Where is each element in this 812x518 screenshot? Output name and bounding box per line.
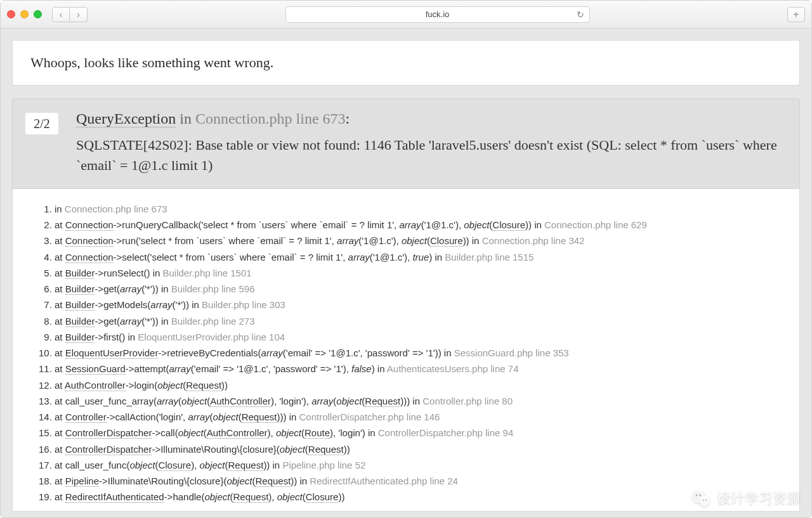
trace-class-link[interactable]: Request bbox=[186, 380, 221, 391]
trace-text: ( bbox=[225, 460, 228, 470]
trace-keyword: object bbox=[199, 460, 225, 470]
trace-keyword: object bbox=[336, 396, 362, 406]
trace-text: ->login( bbox=[126, 380, 157, 391]
trace-location-link[interactable]: EloquentUserProvider.php line 104 bbox=[138, 332, 285, 342]
trace-location-link[interactable]: Connection.php line 673 bbox=[65, 204, 167, 214]
trace-class-link[interactable]: Closure bbox=[158, 460, 191, 471]
trace-class-link[interactable]: Pipeline bbox=[65, 476, 99, 487]
trace-text: )) bbox=[344, 444, 350, 455]
trace-class-link[interactable]: Builder bbox=[65, 299, 95, 311]
trace-class-link[interactable]: Request bbox=[365, 396, 400, 407]
trace-class-link[interactable]: Builder bbox=[65, 332, 95, 343]
trace-class-link[interactable]: Request bbox=[242, 411, 277, 423]
trace-location-link[interactable]: Pipeline.php line 52 bbox=[282, 460, 365, 470]
exception-header: 2/2 QueryException in Connection.php lin… bbox=[12, 98, 800, 189]
trace-class-link[interactable]: Closure bbox=[430, 235, 463, 247]
trace-text: ->select('select * from `users` where `e… bbox=[114, 252, 348, 262]
close-window-button[interactable] bbox=[7, 10, 15, 18]
trace-class-link[interactable]: Route bbox=[304, 427, 330, 439]
trace-item: in Connection.php line 673 bbox=[55, 202, 784, 216]
trace-text: ), bbox=[268, 427, 276, 438]
trace-item: at EloquentUserProvider->retrieveByCrede… bbox=[55, 346, 784, 360]
trace-class-link[interactable]: RedirectIfAuthenticated bbox=[65, 491, 164, 503]
back-button[interactable]: ‹ bbox=[52, 7, 70, 22]
trace-class-link[interactable]: Request bbox=[228, 460, 264, 471]
trace-item: at Builder->get(array('*')) in Builder.p… bbox=[55, 282, 784, 296]
exception-type[interactable]: QueryException bbox=[76, 110, 176, 127]
new-tab-button[interactable]: + bbox=[787, 7, 805, 22]
trace-text: ), 'login') in bbox=[330, 427, 378, 438]
url-bar[interactable]: fuck.io ↻ bbox=[285, 6, 590, 23]
trace-location-link[interactable]: Builder.php line 1515 bbox=[445, 252, 534, 262]
trace-text: ( bbox=[303, 491, 306, 502]
trace-class-link[interactable]: AuthController bbox=[207, 427, 268, 439]
trace-class-link[interactable]: Builder bbox=[65, 316, 95, 327]
trace-location-link[interactable]: Builder.php line 596 bbox=[171, 283, 255, 294]
trace-text: ))) in bbox=[400, 396, 422, 406]
trace-class-link[interactable]: Controller bbox=[65, 411, 107, 423]
trace-class-link[interactable]: Request bbox=[255, 476, 291, 487]
reload-icon[interactable]: ↻ bbox=[577, 10, 584, 20]
trace-text: ('email' => '1@1.c', 'password' => '1'), bbox=[191, 363, 351, 374]
trace-class-link[interactable]: ControllerDispatcher bbox=[65, 444, 152, 455]
trace-text: at bbox=[55, 347, 65, 358]
trace-text: at bbox=[55, 427, 65, 438]
forward-button[interactable]: › bbox=[70, 7, 88, 22]
trace-location-link[interactable]: SessionGuard.php line 353 bbox=[454, 347, 569, 358]
trace-class-link[interactable]: Connection bbox=[65, 235, 114, 247]
trace-class-link[interactable]: Builder bbox=[65, 268, 95, 279]
maximize-window-button[interactable] bbox=[34, 10, 42, 18]
trace-location-link[interactable]: AuthenticatesUsers.php line 74 bbox=[387, 363, 519, 374]
trace-location-link[interactable]: Builder.php line 1501 bbox=[163, 268, 252, 278]
trace-text: )) in bbox=[263, 460, 282, 470]
trace-class-link[interactable]: AuthController bbox=[65, 380, 126, 391]
trace-location-link[interactable]: ControllerDispatcher.php line 94 bbox=[378, 427, 513, 438]
trace-text: ( bbox=[204, 427, 207, 438]
trace-class-link[interactable]: Closure bbox=[306, 491, 339, 503]
trace-item: at call_user_func(object(Closure), objec… bbox=[55, 458, 784, 472]
trace-keyword: array bbox=[399, 219, 421, 230]
browser-window: ‹ › fuck.io ↻ + Whoops, looks like somet… bbox=[0, 0, 812, 518]
trace-text: at bbox=[55, 332, 65, 342]
whoops-banner: Whoops, looks like something went wrong. bbox=[12, 40, 800, 86]
trace-text: at bbox=[55, 411, 65, 422]
trace-location-link[interactable]: Controller.php line 80 bbox=[422, 396, 513, 406]
trace-location-link[interactable]: Builder.php line 303 bbox=[202, 299, 285, 310]
stack-trace: in Connection.php line 673at Connection-… bbox=[12, 189, 800, 512]
page-content: Whoops, looks like something went wrong.… bbox=[1, 29, 811, 517]
trace-text: )) in bbox=[291, 476, 310, 486]
trace-class-link[interactable]: Connection bbox=[65, 219, 114, 231]
trace-location-link[interactable]: Connection.php line 342 bbox=[482, 235, 585, 246]
trace-keyword: array bbox=[188, 411, 209, 422]
trace-class-link[interactable]: Closure bbox=[492, 219, 525, 231]
trace-class-link[interactable]: AuthController bbox=[210, 396, 271, 407]
trace-text: ->run('select * from `users` where `emai… bbox=[114, 235, 337, 246]
trace-class-link[interactable]: Builder bbox=[65, 283, 95, 295]
trace-keyword: object bbox=[276, 427, 301, 438]
trace-item: at Builder->getModels(array('*')) in Bui… bbox=[55, 297, 784, 312]
trace-class-link[interactable]: Request bbox=[233, 491, 268, 503]
trace-keyword: array bbox=[348, 252, 370, 262]
trace-location-link[interactable]: Builder.php line 273 bbox=[171, 316, 255, 327]
url-text: fuck.io bbox=[426, 10, 450, 19]
trace-location-link[interactable]: Connection.php line 629 bbox=[544, 219, 647, 230]
trace-class-link[interactable]: EloquentUserProvider bbox=[65, 347, 159, 359]
trace-location-link[interactable]: RedirectIfAuthenticated.php line 24 bbox=[310, 476, 458, 486]
trace-keyword: false bbox=[351, 363, 372, 374]
trace-text: )) bbox=[338, 491, 344, 502]
exception-location[interactable]: Connection.php line 673 bbox=[195, 110, 346, 127]
chevron-right-icon: › bbox=[77, 10, 80, 20]
trace-text: ('*')) in bbox=[141, 283, 171, 294]
trace-item: at ControllerDispatcher->call(object(Aut… bbox=[55, 425, 784, 440]
trace-location-link[interactable]: ControllerDispatcher.php line 146 bbox=[299, 411, 440, 422]
trace-class-link[interactable]: Connection bbox=[65, 252, 114, 263]
trace-text: at bbox=[55, 235, 65, 246]
trace-class-link[interactable]: SessionGuard bbox=[65, 363, 126, 375]
trace-text: ->runQueryCallback('select * from `users… bbox=[114, 219, 400, 230]
trace-class-link[interactable]: Request bbox=[308, 444, 344, 455]
trace-item: at Pipeline->Illuminate\Routing\{closure… bbox=[55, 474, 784, 488]
trace-text: ))) in bbox=[277, 411, 299, 422]
minimize-window-button[interactable] bbox=[20, 10, 29, 18]
trace-class-link[interactable]: ControllerDispatcher bbox=[65, 427, 152, 439]
trace-text: )) bbox=[221, 380, 228, 391]
